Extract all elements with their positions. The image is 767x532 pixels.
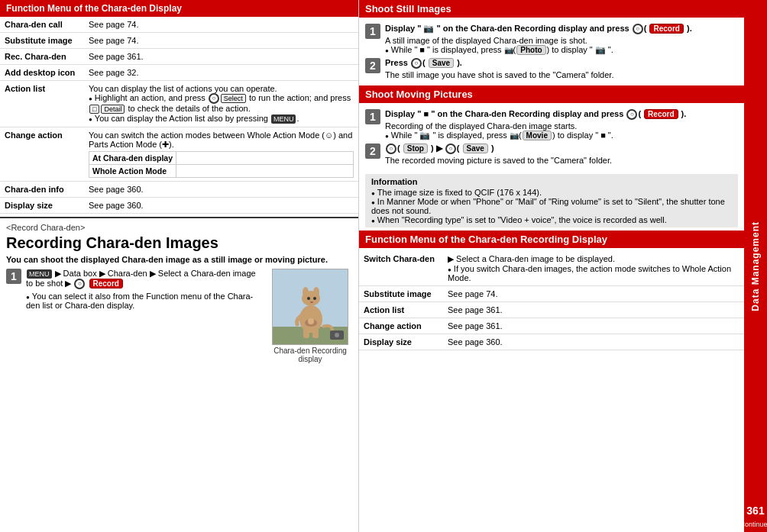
table-cell-value: You can display the list of actions you … — [84, 81, 358, 127]
menu-icon: MENU — [271, 114, 296, 124]
bullet-item: If you switch Chara-den images, the acti… — [448, 264, 739, 282]
bullet-item: The image size is fixed to QCIF (176 x 1… — [371, 188, 732, 197]
step-body: The recorded moving picture is saved to … — [385, 156, 738, 165]
page-wrapper: Function Menu of the Chara-den Display C… — [0, 0, 767, 532]
bullet-item: While " ■ " is displayed, press 📷(Photo)… — [385, 45, 738, 55]
image-caption: Chara-den Recording display — [268, 347, 352, 363]
sub-value — [176, 165, 354, 178]
svg-point-14 — [335, 333, 339, 337]
table-cell-label: Change action — [359, 318, 443, 334]
step-bullets: While " ■ " is displayed, press 📷(Photo)… — [385, 45, 738, 55]
sub-row: At Chara-den display — [89, 152, 354, 165]
step-title: Display " 📷 " on the Chara-den Recording… — [385, 24, 738, 34]
bullet-item: In Manner Mode or when "Phone" or "Mail"… — [371, 197, 732, 215]
table-cell-value: See page 361. — [84, 49, 358, 65]
shoot-moving-step1: 1 Display " ■ " on the Chara-den Recordi… — [365, 109, 738, 140]
shoot-still-step2: 2 Press ○( Save ). The still image you h… — [365, 58, 738, 79]
table-cell-value: See page 74. — [84, 33, 358, 49]
table-row: Add desktop icon See page 32. — [0, 65, 358, 81]
bullet-item: Highlight an action, and press ○Select t… — [89, 93, 354, 114]
svg-point-6 — [307, 297, 310, 300]
save-badge: Save — [463, 143, 488, 153]
step-1: 1 MENU ▶ Data box ▶ Chara-den ▶ Select a… — [6, 269, 262, 310]
step-text: MENU ▶ Data box ▶ Chara-den ▶ Select a C… — [26, 269, 256, 288]
svg-point-4 — [303, 287, 309, 298]
left-column: Function Menu of the Chara-den Display C… — [0, 0, 359, 532]
sub-table: At Chara-den display Whole Action Mode — [89, 151, 354, 178]
table-cell-value: You can switch the action modes between … — [84, 127, 358, 182]
table-cell-label: Action list — [0, 81, 84, 127]
circle-btn: ○ — [445, 143, 456, 154]
step-title: Press ○( Save ). — [385, 58, 738, 69]
sub-label: At Chara-den display — [89, 152, 176, 165]
svg-point-8 — [310, 301, 313, 303]
step-number: 2 — [365, 143, 380, 159]
menu-icon: MENU — [27, 269, 52, 279]
recording-function-menu-header: Function Menu of the Chara-den Recording… — [359, 231, 744, 248]
change-action-label: Change action — [5, 131, 63, 140]
table-row: Chara-den info See page 360. — [0, 182, 358, 198]
record-image-box: Chara-den Recording display — [268, 269, 352, 363]
right-column: Shoot Still Images 1 Display " 📷 " on th… — [359, 0, 744, 532]
record-badge: Record — [644, 109, 678, 119]
photo-badge: Photo — [516, 45, 545, 55]
step-body: The still image you have shot is saved t… — [385, 70, 738, 79]
record-body: 1 MENU ▶ Data box ▶ Chara-den ▶ Select a… — [6, 269, 352, 363]
shoot-still-body: 1 Display " 📷 " on the Chara-den Recordi… — [359, 21, 744, 85]
circle-btn: ○ — [626, 109, 637, 120]
step-title: ○( Stop ) ▶ ○( Save ) — [385, 143, 738, 154]
switch-bullets: If you switch Chara-den images, the acti… — [448, 264, 739, 282]
bullet-item: You can display the Action list also by … — [89, 114, 354, 124]
table-cell-label: Switch Chara-den — [359, 251, 443, 286]
circle-btn: ○ — [633, 24, 643, 34]
step-number-1: 1 — [6, 269, 21, 284]
step-content: Press ○( Save ). The still image you hav… — [385, 58, 738, 79]
table-row: Substitute image See page 74. — [0, 33, 358, 49]
table-cell-label: Substitute image — [359, 286, 443, 302]
table-row: Display size See page 360. — [0, 198, 358, 214]
table-cell-label: Display size — [359, 334, 443, 350]
record-title: Recording Chara-den Images — [6, 234, 352, 252]
table-cell-value: See page 361. — [443, 318, 744, 334]
step-content: Display " 📷 " on the Chara-den Recording… — [385, 24, 738, 55]
table-cell-value: See page 360. — [443, 334, 744, 350]
select-key: Select — [221, 94, 246, 103]
sub-value — [176, 152, 354, 165]
step-body: Recording of the displayed Chara-den ima… — [385, 121, 738, 131]
record-text: 1 MENU ▶ Data box ▶ Chara-den ▶ Select a… — [6, 269, 262, 363]
table-row: Chara-den call See page 74. — [0, 17, 358, 33]
record-badge: Record — [649, 24, 683, 34]
right-sidebar: Data Management 361 Continued — [744, 0, 767, 532]
table-row: Rec. Chara-den See page 361. — [0, 49, 358, 65]
record-badge: Record — [89, 279, 123, 289]
step-number: 2 — [365, 58, 380, 73]
function-menu-table: Chara-den call See page 74. Substitute i… — [0, 17, 358, 214]
bullet-item: While " 📷 " is displayed, press 📷(Movie)… — [385, 131, 738, 140]
svg-rect-9 — [303, 329, 309, 338]
sub-label: Whole Action Mode — [89, 165, 176, 178]
table-cell-label: Chara-den info — [0, 182, 84, 198]
movie-badge: Movie — [523, 131, 552, 140]
shoot-moving-body: 1 Display " ■ " on the Chara-den Recordi… — [359, 106, 744, 171]
table-cell-label: Action list — [359, 302, 443, 318]
svg-point-5 — [313, 287, 319, 298]
table-row: Change action You can switch the action … — [0, 127, 358, 182]
step-content: Display " ■ " on the Chara-den Recording… — [385, 109, 738, 140]
step-number: 1 — [365, 24, 380, 39]
table-cell-label: Add desktop icon — [0, 65, 84, 81]
table-row: Action list You can display the list of … — [0, 81, 358, 127]
table-cell-value: See page 74. — [443, 286, 744, 302]
table-row: Switch Chara-den ▶ Select a Chara-den im… — [359, 251, 744, 286]
table-cell-label: Rec. Chara-den — [0, 49, 84, 65]
shoot-moving-step2: 2 ○( Stop ) ▶ ○( Save ) The recorded mov… — [365, 143, 738, 165]
step-content: ○( Stop ) ▶ ○( Save ) The recorded movin… — [385, 143, 738, 165]
shoot-still-step1: 1 Display " 📷 " on the Chara-den Recordi… — [365, 24, 738, 55]
table-cell-value: ▶ Select a Chara-den image to be display… — [443, 251, 744, 286]
shoot-still-section: Shoot Still Images 1 Display " 📷 " on th… — [359, 0, 744, 85]
table-row: Change action See page 361. — [359, 318, 744, 334]
step-title: Display " ■ " on the Chara-den Recording… — [385, 109, 738, 120]
table-row: Display size See page 360. — [359, 334, 744, 350]
svg-rect-10 — [312, 329, 319, 338]
action-list-desc: You can display the list of actions you … — [89, 84, 277, 93]
recording-function-menu-table: Switch Chara-den ▶ Select a Chara-den im… — [359, 251, 744, 350]
